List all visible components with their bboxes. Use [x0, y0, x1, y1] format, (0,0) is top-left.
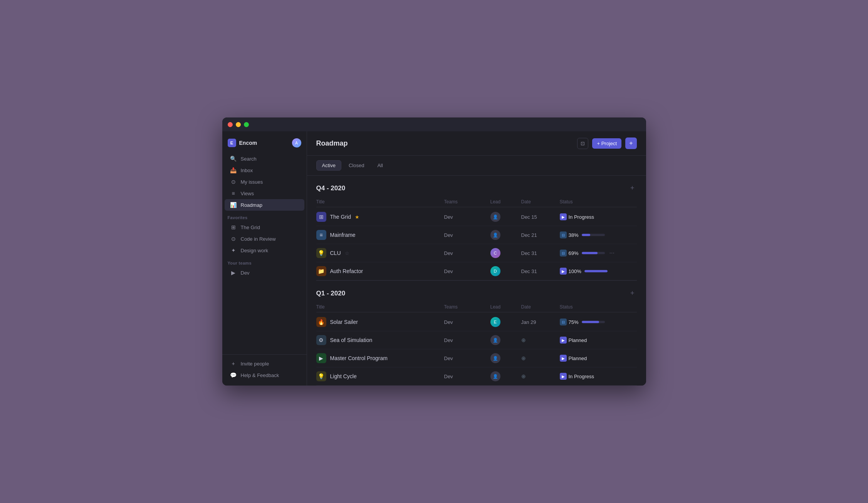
main-header: Roadmap ⊡ + Project +	[307, 131, 646, 156]
lead-avatar: 👤	[490, 335, 500, 345]
status-badge: ⊟ 75%	[560, 319, 579, 325]
row-team: Dev	[444, 319, 490, 325]
plus-button[interactable]: +	[625, 137, 636, 149]
sidebar-item-inbox[interactable]: 📥 Inbox	[225, 164, 304, 176]
in-progress-icon: ▶	[560, 373, 567, 380]
row-team: Dev	[444, 232, 490, 238]
row-lead: 👤	[490, 230, 521, 240]
row-status: ▶ In Progress	[560, 213, 637, 220]
sidebar-item-views[interactable]: ≡ Views	[225, 188, 304, 199]
search-icon: 🔍	[230, 156, 237, 162]
percent-icon: ⊟	[560, 231, 567, 238]
tab-all[interactable]: All	[371, 160, 388, 171]
progress-fill	[582, 252, 598, 254]
lead-avatar: 👤	[490, 212, 500, 222]
row-icon-solar-sailer: 🔥	[316, 317, 326, 327]
sidebar-item-design-work[interactable]: ✦ Design work	[225, 245, 304, 256]
row-icon-sea: ⚙	[316, 335, 326, 345]
progress-bar-container	[584, 270, 608, 272]
star-icon-filled[interactable]: ★	[355, 214, 359, 220]
col-title: Title	[316, 304, 444, 310]
add-project-button[interactable]: + Project	[592, 138, 621, 149]
workspace-icon: E	[228, 139, 236, 147]
quarter-q1-title: Q1 - 2020	[316, 290, 346, 297]
tab-active[interactable]: Active	[316, 160, 341, 171]
maximize-button[interactable]	[244, 122, 249, 127]
row-icon-the-grid: ⊞	[316, 212, 326, 222]
lead-avatar: 👤	[490, 371, 500, 381]
more-options-button[interactable]: ···	[608, 250, 616, 257]
col-lead: Lead	[490, 304, 521, 310]
row-date: ⊕	[521, 355, 560, 361]
row-team: Dev	[444, 374, 490, 379]
progress-bar	[584, 270, 608, 272]
progress-fill	[582, 321, 599, 323]
col-title: Title	[316, 199, 444, 205]
design-icon: ✦	[230, 247, 237, 253]
minimize-button[interactable]	[236, 122, 241, 127]
row-lead: C	[490, 248, 521, 258]
main-content-area: Roadmap ⊡ + Project + Active Closed All …	[307, 131, 646, 386]
help-icon: 💬	[230, 372, 237, 378]
close-button[interactable]	[228, 122, 233, 127]
table-row[interactable]: ▶ Master Control Program Dev 👤 ⊕ ▶	[316, 349, 637, 367]
row-title-master-control: ▶ Master Control Program	[316, 353, 444, 363]
sidebar-item-code-in-review[interactable]: ⊙ Code in Review	[225, 233, 304, 245]
workspace-info: E Encom	[228, 139, 257, 147]
date-placeholder-icon: ⊕	[521, 337, 526, 343]
tab-closed[interactable]: Closed	[343, 160, 370, 171]
quarter-q4-add-button[interactable]: +	[628, 183, 637, 193]
dev-icon: ▶	[230, 270, 237, 276]
table-row[interactable]: ⊞ The Grid ★ Dev 👤 Dec 15 ▶ In Pro	[316, 208, 637, 226]
row-title-clu: 💡 CLU ☆	[316, 248, 444, 258]
header-actions: ⊡ + Project +	[577, 137, 636, 149]
table-row[interactable]: 📁 Auth Refactor Dev D Dec 31 ▶ 100%	[316, 262, 637, 280]
row-icon-mainframe: ≡	[316, 230, 326, 240]
table-row[interactable]: ≡ Mainframe Dev 👤 Dec 21 ⊟ 38%	[316, 226, 637, 244]
row-date: ⊕	[521, 337, 560, 343]
progress-bar	[582, 252, 605, 254]
progress-bar	[582, 234, 605, 236]
planned-icon: ▶	[560, 337, 567, 344]
col-date: Date	[521, 304, 560, 310]
lead-avatar: E	[490, 317, 500, 327]
row-status: ▶ Planned	[560, 337, 637, 344]
sidebar-item-search[interactable]: 🔍 Search	[225, 153, 304, 164]
invite-people-button[interactable]: + Invite people	[225, 358, 304, 369]
sidebar-item-roadmap[interactable]: 📊 Roadmap	[225, 199, 304, 211]
table-row[interactable]: 💡 CLU ☆ Dev C Dec 31 ⊟ 69%	[316, 244, 637, 262]
row-status: ▶ Planned	[560, 355, 637, 362]
row-lead: E	[490, 317, 521, 327]
q4-table-header: Title Teams Lead Date Status	[316, 197, 637, 207]
sidebar-item-the-grid[interactable]: ⊞ The Grid	[225, 221, 304, 233]
row-icon-clu: 💡	[316, 248, 326, 258]
row-team: Dev	[444, 214, 490, 220]
table-row[interactable]: 💡 Light Cycle Dev 👤 ⊕ ▶	[316, 367, 637, 386]
sidebar-header: E Encom A	[222, 136, 307, 153]
row-date: Dec 31	[521, 268, 560, 274]
app-body: E Encom A 🔍 Search 📥 Inbox ⊙ My issues ≡…	[222, 131, 646, 386]
progress-bar	[582, 321, 605, 323]
col-teams: Teams	[444, 304, 490, 310]
sidebar-item-my-issues[interactable]: ⊙ My issues	[225, 176, 304, 188]
quarter-q1-add-button[interactable]: +	[628, 288, 637, 298]
views-icon: ≡	[230, 190, 237, 196]
lead-avatar: 👤	[490, 230, 500, 240]
row-title-mainframe: ≡ Mainframe	[316, 230, 444, 240]
status-badge: ▶ 100%	[560, 268, 581, 275]
row-date: Dec 31	[521, 250, 560, 256]
table-row[interactable]: ⚙ Sea of Simulation Dev 👤 ⊕ ▶	[316, 331, 637, 349]
sidebar-item-dev[interactable]: ▶ Dev	[225, 267, 304, 278]
col-status: Status	[560, 304, 637, 310]
row-lead: 👤	[490, 212, 521, 222]
table-row[interactable]: 🔥 Solar Sailer Dev E Jan 29 ⊟ 75%	[316, 313, 637, 331]
help-feedback-button[interactable]: 💬 Help & Feedback	[225, 369, 304, 381]
star-icon-empty[interactable]: ☆	[345, 250, 349, 256]
layout-toggle-button[interactable]: ⊡	[577, 138, 588, 149]
row-lead: 👤	[490, 353, 521, 363]
row-date: Dec 21	[521, 232, 560, 238]
row-title-the-grid: ⊞ The Grid ★	[316, 212, 444, 222]
row-icon-auth-refactor: 📁	[316, 266, 326, 276]
avatar[interactable]: A	[292, 138, 301, 148]
status-badge: ▶ In Progress	[560, 373, 594, 380]
